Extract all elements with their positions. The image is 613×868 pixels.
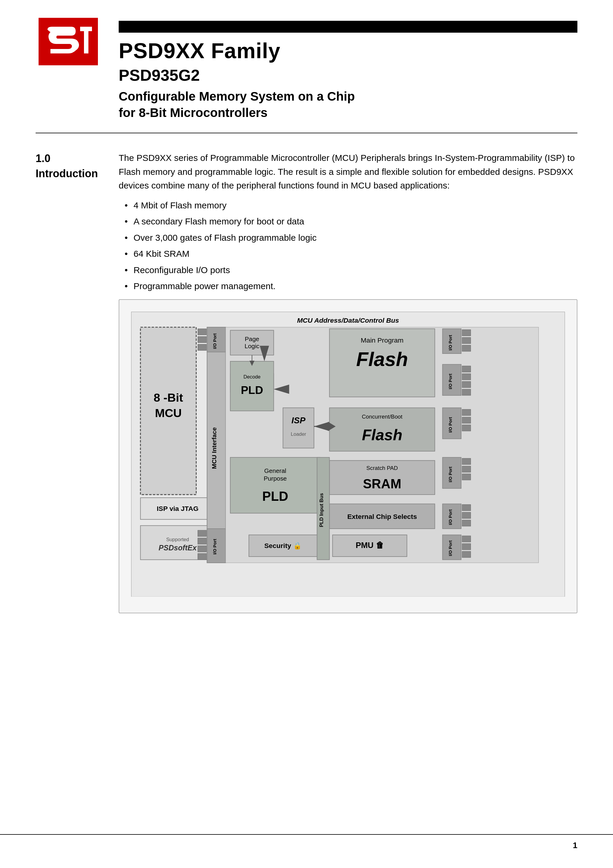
svg-rect-77 <box>462 458 471 465</box>
svg-text:I/O Port: I/O Port <box>448 540 453 556</box>
svg-rect-14 <box>198 329 206 335</box>
diagram-svg-wrapper: MCU Address/Data/Control Bus 8 -Bit MCU … <box>131 312 565 601</box>
section-body: The PSD9XX series of Programmable Microc… <box>119 151 577 613</box>
svg-rect-21 <box>198 546 206 552</box>
header-title-area: PSD9XX Family PSD935G2 Configurable Memo… <box>119 18 577 121</box>
svg-text:Decode: Decode <box>244 374 261 380</box>
svg-rect-63 <box>462 345 471 351</box>
svg-rect-69 <box>462 389 471 395</box>
svg-rect-47 <box>230 457 320 513</box>
svg-rect-66 <box>462 366 471 372</box>
svg-text:I/O Port: I/O Port <box>448 467 453 482</box>
list-item: Over 3,000 gates of Flash programmable l… <box>125 231 577 245</box>
svg-text:PMU 🗑: PMU 🗑 <box>356 540 384 549</box>
svg-text:Main Program: Main Program <box>361 336 404 344</box>
svg-rect-19 <box>198 530 206 536</box>
svg-text:Flash: Flash <box>362 426 402 443</box>
svg-text:MCU: MCU <box>155 406 181 420</box>
svg-rect-88 <box>462 544 471 550</box>
architecture-diagram: MCU Address/Data/Control Bus 8 -Bit MCU … <box>119 299 577 613</box>
svg-rect-15 <box>198 336 206 343</box>
svg-rect-62 <box>462 337 471 344</box>
section-number: 1.0 <box>36 151 101 166</box>
svg-rect-79 <box>462 474 471 480</box>
svg-text:ISP via JTAG: ISP via JTAG <box>157 505 198 512</box>
list-item: Programmable power management. <box>125 279 577 293</box>
list-item: Reconfigurable I/O ports <box>125 263 577 277</box>
svg-text:Concurrent/Boot: Concurrent/Boot <box>362 414 402 420</box>
svg-text:PSDsoftEx: PSDsoftEx <box>159 544 197 552</box>
svg-rect-73 <box>462 417 471 423</box>
svg-text:Supported: Supported <box>166 536 189 542</box>
section-title: Introduction <box>36 166 101 181</box>
svg-text:ISP: ISP <box>291 415 306 425</box>
page-number: 1 <box>573 841 577 850</box>
svg-rect-16 <box>198 344 206 350</box>
svg-rect-67 <box>462 374 471 380</box>
svg-rect-68 <box>462 381 471 388</box>
svg-text:PLD: PLD <box>262 489 288 504</box>
svg-text:External Chip Selects: External Chip Selects <box>347 512 417 520</box>
svg-rect-82 <box>462 504 471 511</box>
list-item: 64 Kbit SRAM <box>125 247 577 261</box>
svg-rect-20 <box>198 538 206 544</box>
list-item: 4 Mbit of Flash memory <box>125 198 577 212</box>
svg-text:Page: Page <box>245 335 259 342</box>
svg-rect-61 <box>462 330 471 336</box>
svg-rect-32 <box>283 408 314 448</box>
svg-rect-72 <box>462 409 471 415</box>
svg-text:I/O Port: I/O Port <box>212 333 217 349</box>
svg-text:Loader: Loader <box>291 431 306 437</box>
svg-rect-74 <box>462 425 471 431</box>
svg-text:I/O Port: I/O Port <box>448 374 453 389</box>
svg-text:Scratch PAD: Scratch PAD <box>367 465 398 471</box>
feature-list: 4 Mbit of Flash memory A secondary Flash… <box>125 198 577 293</box>
svg-text:MCU Interface: MCU Interface <box>211 427 217 469</box>
svg-rect-87 <box>462 536 471 542</box>
page-header: PSD9XX Family PSD935G2 Configurable Memo… <box>0 0 613 133</box>
svg-rect-78 <box>462 466 471 472</box>
st-logo <box>39 18 98 65</box>
product-description-title: Configurable Memory System on a Chipfor … <box>119 88 577 121</box>
svg-text:General: General <box>264 467 286 474</box>
svg-text:I/O Port: I/O Port <box>448 335 453 350</box>
intro-paragraph: The PSD9XX series of Programmable Microc… <box>119 151 577 193</box>
svg-text:I/O Port: I/O Port <box>448 417 453 432</box>
logo-area <box>36 18 101 65</box>
product-family-title: PSD9XX Family <box>119 39 577 63</box>
header-black-bar <box>119 21 577 33</box>
svg-text:Security 🔒: Security 🔒 <box>265 541 302 549</box>
svg-text:I/O Port: I/O Port <box>448 509 453 525</box>
mcu-bus-label: MCU Address/Data/Control Bus <box>297 316 399 324</box>
section-label: 1.0 Introduction <box>36 151 101 613</box>
svg-text:PLD Input Bus: PLD Input Bus <box>319 493 324 527</box>
svg-text:Logic: Logic <box>245 343 259 349</box>
arch-diagram-svg: MCU Address/Data/Control Bus 8 -Bit MCU … <box>131 312 565 597</box>
main-content: 1.0 Introduction The PSD9XX series of Pr… <box>0 133 613 631</box>
svg-text:8 -Bit: 8 -Bit <box>154 391 183 404</box>
svg-text:PLD: PLD <box>241 384 263 396</box>
svg-rect-83 <box>462 512 471 518</box>
svg-rect-84 <box>462 520 471 526</box>
list-item: A secondary Flash memory for boot or dat… <box>125 215 577 229</box>
svg-text:Purpose: Purpose <box>264 475 287 482</box>
svg-rect-22 <box>198 553 206 560</box>
product-model-title: PSD935G2 <box>119 66 577 84</box>
svg-text:I/O Port: I/O Port <box>212 539 217 555</box>
svg-text:SRAM: SRAM <box>363 476 401 491</box>
svg-text:Flash: Flash <box>356 348 408 370</box>
svg-rect-89 <box>462 551 471 558</box>
page-footer: 1 <box>0 834 613 850</box>
